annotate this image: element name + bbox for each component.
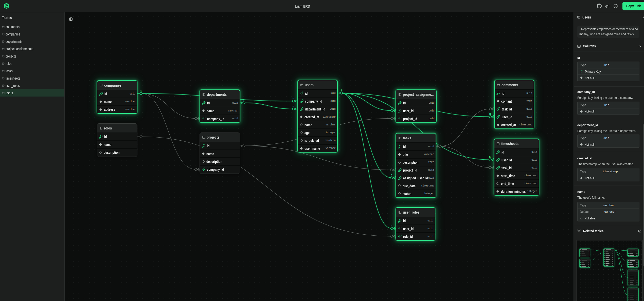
svg-text:n: n [293, 105, 294, 108]
svg-text:n: n [391, 173, 392, 176]
svg-text:1: 1 [140, 89, 142, 92]
svg-text:n: n [391, 224, 392, 227]
svg-text:1: 1 [243, 99, 245, 102]
svg-text:1: 1 [341, 89, 342, 92]
svg-text:n: n [293, 97, 294, 100]
svg-text:n: n [391, 106, 392, 109]
svg-text:n: n [489, 155, 491, 158]
svg-text:n: n [489, 112, 491, 115]
